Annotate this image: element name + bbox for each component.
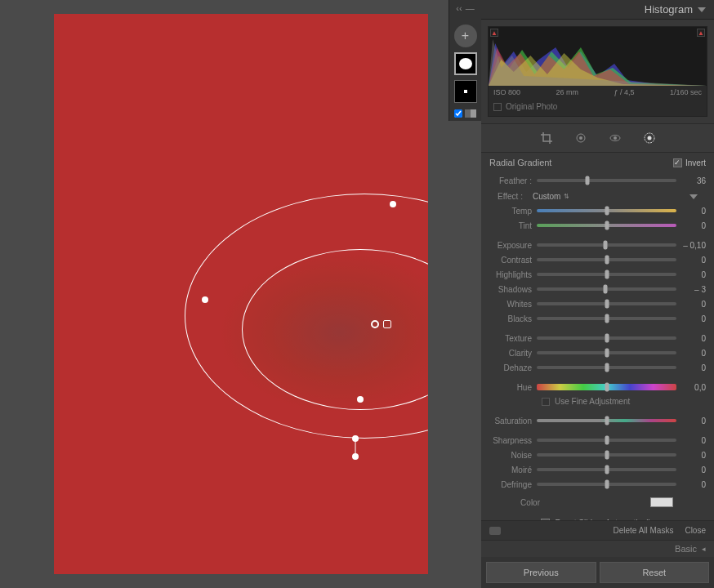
sharpness-value: 0 xyxy=(681,436,706,445)
invert-toggle[interactable]: Invert xyxy=(673,158,706,167)
svg-point-1 xyxy=(579,136,582,140)
basic-panel-header[interactable]: Basic ◂ xyxy=(481,540,714,557)
invert-checkbox[interactable] xyxy=(673,158,682,167)
mask-thumb-2[interactable] xyxy=(454,80,477,103)
histogram-box: ▲ ▲ ISO 800 26 mm ƒ / 4,5 1/160 sec Orig… xyxy=(488,26,707,117)
contrast-slider[interactable] xyxy=(537,258,676,261)
close-link[interactable]: Close xyxy=(685,526,706,535)
mask-visibility-checkbox[interactable] xyxy=(454,109,462,118)
panel-toggle-switch[interactable] xyxy=(489,527,501,535)
radial-center-pin[interactable] xyxy=(371,320,379,328)
collapse-left-icon[interactable]: ‹‹ xyxy=(456,3,462,13)
tint-slider[interactable] xyxy=(537,224,676,227)
blacks-label: Blacks xyxy=(489,314,532,323)
texture-slider[interactable] xyxy=(537,336,676,340)
moire-slider[interactable] xyxy=(537,468,676,471)
exposure-slider[interactable] xyxy=(537,243,676,247)
sharpness-row: Sharpness 0 xyxy=(489,434,706,447)
fine-adjustment-checkbox[interactable] xyxy=(542,398,550,406)
dehaze-row: Dehaze 0 xyxy=(489,361,706,374)
masking-tool-icon[interactable] xyxy=(642,131,657,145)
minimize-icon[interactable]: — xyxy=(466,3,475,13)
whites-slider[interactable] xyxy=(537,302,676,305)
radial-handle-left[interactable] xyxy=(202,296,208,303)
temp-slider[interactable] xyxy=(537,209,676,212)
radial-square-marker xyxy=(383,320,391,328)
mask-compare-icon[interactable] xyxy=(465,109,476,118)
meta-aperture: ƒ / 4,5 xyxy=(614,88,634,96)
temp-row: Temp 0 xyxy=(489,204,706,217)
reset-auto-row[interactable]: Reset Sliders Automatically xyxy=(489,512,706,520)
clarity-label: Clarity xyxy=(489,349,532,358)
blacks-value: 0 xyxy=(681,314,706,323)
highlights-slider[interactable] xyxy=(537,273,676,276)
reset-button[interactable]: Reset xyxy=(600,562,710,583)
highlight-clip-icon[interactable]: ▲ xyxy=(697,29,705,37)
histogram-title: Histogram xyxy=(645,3,693,16)
heal-tool-icon[interactable] xyxy=(573,131,588,145)
crop-tool-icon[interactable] xyxy=(539,131,554,145)
whites-value: 0 xyxy=(681,300,706,309)
dehaze-label: Dehaze xyxy=(489,363,532,372)
texture-value: 0 xyxy=(681,334,706,343)
clarity-value: 0 xyxy=(681,349,706,358)
photo[interactable] xyxy=(54,14,428,574)
hue-slider[interactable] xyxy=(537,384,676,390)
mask-panel-header: ‹‹ — xyxy=(456,3,474,13)
highlights-value: 0 xyxy=(681,270,706,279)
add-mask-button[interactable]: + xyxy=(454,24,477,47)
previous-button[interactable]: Previous xyxy=(486,562,596,583)
histogram[interactable]: ▲ ▲ xyxy=(489,27,707,86)
dehaze-slider[interactable] xyxy=(537,366,676,369)
original-photo-label: Original Photo xyxy=(506,102,557,111)
noise-label: Noise xyxy=(489,451,532,460)
color-row: Color xyxy=(489,492,706,512)
exposure-row: Exposure – 0,10 xyxy=(489,238,706,252)
moire-label: Moiré xyxy=(489,466,532,474)
redeye-tool-icon[interactable] xyxy=(608,131,623,145)
shadows-slider[interactable] xyxy=(537,287,676,291)
chevron-down-icon[interactable] xyxy=(698,7,706,12)
color-swatch[interactable] xyxy=(650,497,673,507)
original-photo-row[interactable]: Original Photo xyxy=(489,99,707,116)
clarity-slider[interactable] xyxy=(537,351,676,354)
noise-slider[interactable] xyxy=(537,453,676,457)
histogram-header[interactable]: Histogram xyxy=(481,0,714,20)
feather-row: Feather : 36 xyxy=(489,174,706,187)
radial-handle-inner-bottom[interactable] xyxy=(357,396,364,403)
feather-label: Feather : xyxy=(489,176,532,185)
radial-handle-top[interactable] xyxy=(390,201,396,207)
sharpness-slider[interactable] xyxy=(537,439,676,442)
tint-label: Tint xyxy=(489,221,532,230)
radial-section-header: Radial Gradient Invert xyxy=(481,153,714,172)
defringe-slider[interactable] xyxy=(537,483,676,486)
feather-slider[interactable] xyxy=(537,179,676,182)
mask-thumb-1[interactable] xyxy=(454,52,477,75)
saturation-label: Saturation xyxy=(489,416,532,425)
effect-collapse-icon[interactable] xyxy=(689,194,698,199)
defringe-value: 0 xyxy=(681,480,706,489)
radial-rotate-handle[interactable] xyxy=(352,453,359,460)
meta-focal: 26 mm xyxy=(556,88,578,96)
exposure-value: – 0,10 xyxy=(681,241,706,250)
radial-section-title: Radial Gradient xyxy=(489,158,551,167)
saturation-row: Saturation 0 xyxy=(489,414,706,427)
canvas-area[interactable]: ‹‹ — + xyxy=(0,0,481,588)
delete-all-masks-link[interactable]: Delete All Masks xyxy=(614,526,674,535)
tint-value: 0 xyxy=(681,221,706,230)
blacks-row: Blacks 0 xyxy=(489,312,706,325)
shadow-clip-icon[interactable]: ▲ xyxy=(490,29,498,37)
defringe-label: Defringe xyxy=(489,480,532,489)
blacks-slider[interactable] xyxy=(537,317,676,320)
mask-floating-panel[interactable]: ‹‹ — + xyxy=(448,0,481,121)
histogram-svg xyxy=(489,27,707,86)
fine-adjustment-row[interactable]: Use Fine Adjustment xyxy=(489,395,706,408)
moire-row: Moiré 0 xyxy=(489,463,706,476)
effect-select[interactable]: Custom ⇅ xyxy=(533,192,569,201)
highlights-row: Highlights 0 xyxy=(489,268,706,281)
tint-row: Tint 0 xyxy=(489,219,706,232)
svg-point-5 xyxy=(647,136,651,140)
saturation-slider[interactable] xyxy=(537,419,676,422)
hue-row: Hue 0,0 xyxy=(489,381,706,394)
original-photo-checkbox[interactable] xyxy=(493,103,502,111)
